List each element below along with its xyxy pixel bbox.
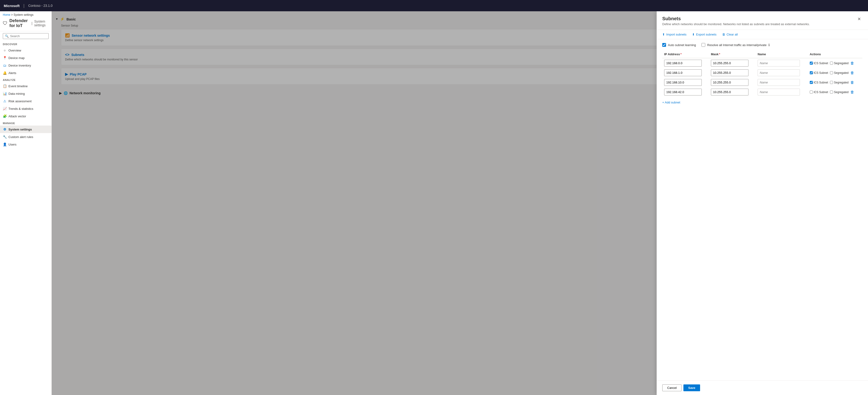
actions-cell-1: ICS Subnet Segregated 🗑: [808, 68, 862, 78]
segregated-checkbox-3[interactable]: [830, 90, 833, 93]
mask-input-2[interactable]: [711, 79, 748, 86]
panel-body: Auto subnet learning Resolve all Interne…: [657, 39, 868, 380]
ics-subnet-checkbox-0[interactable]: [810, 62, 813, 65]
sidebar-item-label: Overview: [8, 49, 21, 52]
mask-input-3[interactable]: [711, 89, 748, 95]
ics-label-3: ICS Subnet: [814, 90, 828, 94]
trends-icon: 📈: [3, 107, 7, 111]
mask-cell-2: [709, 78, 756, 87]
brand-label: Microsoft: [4, 4, 20, 8]
ip-input-0[interactable]: [664, 60, 702, 66]
main-layout: Home > System settings 🛡 Defender for Io…: [0, 11, 868, 395]
name-input-1[interactable]: [757, 69, 800, 76]
segregated-label-1[interactable]: Segregated: [830, 71, 848, 75]
ip-input-3[interactable]: [664, 89, 702, 95]
name-input-2[interactable]: [757, 79, 800, 86]
instance-label: Contoso - 23.1.0: [28, 4, 53, 7]
breadcrumb-home[interactable]: Home: [3, 13, 10, 17]
ip-input-2[interactable]: [664, 79, 702, 86]
ics-subnet-checkbox-1[interactable]: [810, 71, 813, 74]
sidebar-item-overview[interactable]: ○ Overview: [0, 47, 52, 54]
panel-header: Subnets Define which networks should be …: [657, 11, 868, 30]
segregated-checkbox-2[interactable]: [830, 81, 833, 84]
add-subnet-button[interactable]: + Add subnet: [662, 99, 680, 106]
sidebar-item-users[interactable]: 👤 Users: [0, 141, 52, 148]
breadcrumb: Home > System settings: [0, 11, 52, 18]
panel-close-button[interactable]: ✕: [856, 16, 862, 22]
event-timeline-icon: 📋: [3, 84, 7, 88]
name-input-3[interactable]: [757, 89, 800, 95]
sidebar-item-label: Alerts: [8, 71, 16, 75]
table-row: ICS Subnet Segregated 🗑: [662, 58, 862, 68]
cancel-button[interactable]: Cancel: [662, 385, 682, 391]
delete-row-button-0[interactable]: 🗑: [850, 61, 854, 65]
delete-row-button-1[interactable]: 🗑: [850, 71, 854, 75]
manage-section-label: Manage: [0, 120, 52, 125]
segregated-label-3[interactable]: Segregated: [830, 90, 848, 94]
clear-icon: 🗑: [722, 33, 725, 36]
device-map-icon: 📍: [3, 56, 7, 60]
export-icon: ⬇: [692, 33, 695, 36]
ics-subnet-label-2[interactable]: ICS Subnet: [810, 81, 828, 84]
panel-toolbar: ⬆ Import subnets ⬇ Export subnets 🗑 Clea…: [657, 30, 868, 39]
sidebar-item-device-inventory[interactable]: 🗂 Device inventory: [0, 62, 52, 69]
clear-all-button[interactable]: 🗑 Clear all: [722, 33, 738, 36]
name-input-0[interactable]: [757, 60, 800, 66]
save-button[interactable]: Save: [683, 385, 700, 391]
sidebar-item-data-mining[interactable]: 📊 Data mining: [0, 90, 52, 97]
export-subnets-button[interactable]: ⬇ Export subnets: [692, 33, 716, 36]
info-icon: ℹ: [768, 43, 770, 47]
ip-input-1[interactable]: [664, 69, 702, 76]
resolve-internet-text: Resolve all Internet traffic as internal…: [707, 43, 767, 47]
alerts-icon: 🔔: [3, 71, 7, 75]
options-row: Auto subnet learning Resolve all Interne…: [662, 43, 862, 47]
auto-subnet-learning-checkbox[interactable]: [662, 43, 666, 47]
name-cell-3: [756, 87, 808, 97]
col-ip-address: IP Address*: [662, 51, 709, 58]
sidebar-item-risk-assessment[interactable]: ⚠ Risk assessment: [0, 97, 52, 105]
sidebar-item-event-timeline[interactable]: 📋 Event timeline: [0, 82, 52, 90]
sidebar-item-custom-alert-rules[interactable]: 🔧 Custom alert rules: [0, 133, 52, 141]
resolve-internet-label[interactable]: Resolve all Internet traffic as internal…: [702, 43, 770, 47]
segregated-label-2[interactable]: Segregated: [830, 81, 848, 84]
ip-required-star: *: [680, 52, 682, 56]
segregated-text-2: Segregated: [834, 81, 848, 84]
sidebar-item-device-map[interactable]: 📍 Device map: [0, 54, 52, 62]
topbar-separator: |: [24, 3, 25, 8]
segregated-checkbox-0[interactable]: [830, 62, 833, 65]
sidebar-item-label: Custom alert rules: [8, 135, 33, 139]
users-icon: 👤: [3, 142, 7, 146]
sidebar-item-system-settings[interactable]: ⚙ System settings: [0, 125, 52, 133]
actions-cell-0: ICS Subnet Segregated 🗑: [808, 58, 862, 68]
sidebar-item-label: Device map: [8, 56, 25, 60]
sidebar-item-alerts[interactable]: 🔔 Alerts: [0, 69, 52, 77]
ics-subnet-checkbox-3[interactable]: [810, 90, 813, 93]
sidebar-item-trends-statistics[interactable]: 📈 Trends & statistics: [0, 105, 52, 112]
device-inventory-icon: 🗂: [3, 63, 7, 67]
auto-subnet-learning-label[interactable]: Auto subnet learning: [662, 43, 696, 47]
discover-section-label: Discover: [0, 41, 52, 47]
sidebar-item-label: Event timeline: [8, 84, 28, 88]
mask-input-0[interactable]: [711, 60, 748, 66]
page-title-area: 🛡 Defender for IoT | System settings: [0, 18, 52, 31]
topbar: Microsoft | Contoso - 23.1.0: [0, 0, 868, 11]
system-settings-icon: ⚙: [3, 128, 7, 131]
sidebar-item-attack-vector[interactable]: 🧩 Attack vector: [0, 112, 52, 120]
ics-subnet-label-1[interactable]: ICS Subnet: [810, 71, 828, 75]
segregated-checkbox-1[interactable]: [830, 71, 833, 74]
clear-label: Clear all: [726, 33, 738, 36]
analyze-section-label: Analyze: [0, 77, 52, 82]
delete-row-button-2[interactable]: 🗑: [850, 80, 854, 85]
page-divider: |: [31, 21, 32, 25]
mask-input-1[interactable]: [711, 69, 748, 76]
breadcrumb-current: System settings: [13, 13, 34, 17]
ics-subnet-checkbox-2[interactable]: [810, 81, 813, 84]
col-name: Name: [756, 51, 808, 58]
import-subnets-button[interactable]: ⬆ Import subnets: [662, 33, 686, 36]
search-input[interactable]: [10, 34, 46, 38]
resolve-internet-checkbox[interactable]: [702, 43, 705, 47]
ics-subnet-label-0[interactable]: ICS Subnet: [810, 62, 828, 65]
ics-subnet-label-3[interactable]: ICS Subnet: [810, 90, 828, 94]
delete-row-button-3[interactable]: 🗑: [850, 90, 854, 94]
segregated-label-0[interactable]: Segregated: [830, 62, 848, 65]
